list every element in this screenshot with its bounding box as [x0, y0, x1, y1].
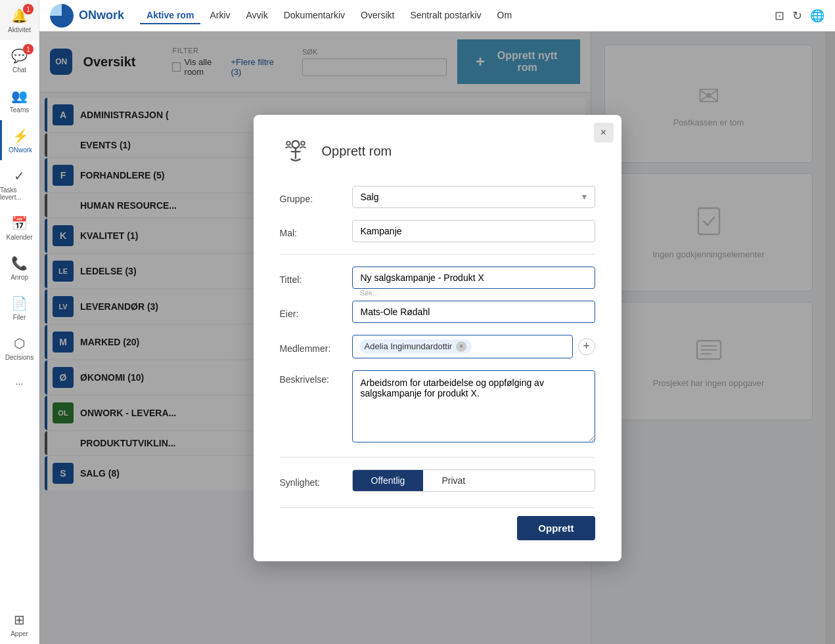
teams-icon: 👥 — [11, 87, 29, 105]
tittel-input[interactable] — [352, 267, 595, 289]
modal-close-button[interactable]: × — [594, 123, 614, 142]
content-area: ON Oversikt FILTER Vis alle room +Flere … — [39, 32, 835, 644]
eier-input[interactable] — [352, 301, 595, 323]
nav-item-oversikt[interactable]: Oversikt — [354, 7, 401, 24]
svg-point-7 — [301, 141, 305, 145]
modal-overlay: Opprett rom × Gruppe: Salg Marked Admini… — [39, 32, 835, 644]
refresh-icon[interactable]: ↻ — [792, 9, 802, 23]
apper-icon: ⊞ — [11, 611, 29, 629]
add-member-button[interactable]: + — [578, 338, 595, 355]
sidebar-item-tasks[interactable]: ✓ Tasks levert... — [0, 160, 39, 207]
filer-icon: 📄 — [11, 294, 29, 312]
monitor-icon: ⊡ — [775, 9, 784, 23]
sidebar-label-tasks: Tasks levert... — [0, 186, 39, 201]
sidebar-item-apper[interactable]: ⊞ Apper — [0, 604, 39, 644]
gruppe-select[interactable]: Salg Marked Administrasjon HR — [352, 186, 595, 208]
sidebar-label-teams: Teams — [10, 106, 29, 114]
sidebar-item-teams[interactable]: 👥 Teams — [0, 80, 39, 120]
app-logo: ONwork — [50, 4, 124, 28]
sidebar-item-filer[interactable]: 📄 Filer — [0, 288, 39, 328]
nav-item-arkiv[interactable]: Arkiv — [203, 7, 237, 24]
visibility-toggle: Offentlig Privat — [352, 469, 595, 492]
beskrivelse-textarea[interactable]: Arbeidsrom for utarbeidelse og oppfølgin… — [352, 370, 595, 442]
modal-teams-icon — [280, 136, 311, 167]
logo-circle — [50, 4, 74, 28]
gruppe-select-wrap: Salg Marked Administrasjon HR ▼ — [352, 186, 595, 208]
form-divider-2 — [280, 457, 595, 458]
sidebar-item-kalender[interactable]: 📅 Kalender — [0, 207, 39, 247]
nav-item-dokumentarkiv[interactable]: Dokumentarkiv — [277, 7, 351, 24]
sidebar-item-decisions[interactable]: ⬡ Decisions — [0, 328, 39, 368]
members-wrap: Adelia Ingimundardottir × — [352, 335, 573, 358]
eier-hint: Søk... — [360, 289, 379, 297]
beskrivelse-label: Beskrivelse: — [280, 370, 352, 385]
mal-control — [352, 220, 595, 242]
eier-label: Eier: — [280, 305, 352, 319]
modal-title: Opprett rom — [322, 144, 392, 159]
sidebar-item-onwork[interactable]: ⚡ ONwork — [0, 120, 39, 160]
anrop-icon: 📞 — [11, 254, 29, 272]
form-row-eier: Eier: Søk... — [280, 301, 595, 323]
sidebar-item-anrop[interactable]: 📞 Anrop — [0, 247, 39, 288]
sidebar-item-chat[interactable]: 💬 1 Chat — [0, 40, 39, 80]
mal-input[interactable] — [352, 220, 595, 242]
tittel-label: Tittel: — [280, 270, 352, 285]
beskrivelse-control: Arbeidsrom for utarbeidelse og oppfølgin… — [352, 370, 595, 445]
form-divider-1 — [280, 254, 595, 255]
topnav-nav: Aktive rom Arkiv Avvik Dokumentarkiv Ove… — [140, 7, 518, 24]
synlighet-label: Synlighet: — [280, 473, 352, 488]
aktivitet-badge: 1 — [23, 4, 34, 14]
sidebar-item-aktivitet[interactable]: 🔔 1 Aktivitet — [0, 0, 39, 40]
gruppe-control: Salg Marked Administrasjon HR ▼ — [352, 186, 595, 208]
onwork-icon: ⚡ — [11, 127, 30, 145]
member-chip: Adelia Ingimundardottir × — [359, 339, 472, 354]
sidebar-label-kalender: Kalender — [6, 234, 32, 241]
more-icon: ··· — [11, 374, 29, 393]
form-row-gruppe: Gruppe: Salg Marked Administrasjon HR ▼ — [280, 186, 595, 208]
kalender-icon: 📅 — [11, 214, 29, 232]
topnav-right: ⊡ ↻ 🌐 — [775, 9, 824, 23]
form-row-tittel: Tittel: — [280, 267, 595, 289]
globe-icon: 🌐 — [810, 9, 824, 23]
remove-member-button[interactable]: × — [456, 341, 466, 352]
topnav: ONwork Aktive rom Arkiv Avvik Dokumentar… — [39, 0, 835, 32]
form-row-beskrivelse: Beskrivelse: Arbeidsrom for utarbeidelse… — [280, 370, 595, 445]
nav-item-aktive-rom[interactable]: Aktive rom — [140, 7, 200, 24]
nav-item-sentralt[interactable]: Sentralt postarkiv — [403, 7, 487, 24]
member-name: Adelia Ingimundardottir — [365, 341, 453, 351]
synlighet-control: Offentlig Privat — [352, 469, 595, 492]
visibility-privat-button[interactable]: Privat — [423, 470, 484, 491]
modal: Opprett rom × Gruppe: Salg Marked Admini… — [254, 115, 621, 561]
mal-label: Mal: — [280, 224, 352, 238]
sidebar-label-anrop: Anrop — [11, 274, 28, 281]
decisions-icon: ⬡ — [11, 334, 29, 353]
sidebar: 🔔 1 Aktivitet 💬 1 Chat 👥 Teams ⚡ ONwork … — [0, 0, 39, 644]
sidebar-label-filer: Filer — [13, 314, 26, 321]
form-row-synlighet: Synlighet: Offentlig Privat — [280, 469, 595, 492]
medlemmer-label: Medlemmer: — [280, 339, 352, 354]
tittel-control — [352, 267, 595, 289]
svg-point-6 — [286, 141, 290, 145]
medlemmer-control: Adelia Ingimundardottir × + — [352, 335, 595, 358]
visibility-offentlig-button[interactable]: Offentlig — [353, 470, 424, 491]
modal-footer: Opprett — [280, 507, 595, 540]
form-row-mal: Mal: — [280, 220, 595, 242]
sidebar-label-aktivitet: Aktivitet — [8, 26, 31, 33]
sidebar-item-more[interactable]: ··· — [0, 368, 39, 399]
main-area: ONwork Aktive rom Arkiv Avvik Dokumentar… — [39, 0, 835, 644]
sidebar-label-onwork: ONwork — [9, 146, 32, 154]
modal-header: Opprett rom — [280, 136, 595, 167]
logo-text: ONwork — [79, 9, 124, 22]
form-row-medlemmer: Medlemmer: Adelia Ingimundardottir × + — [280, 335, 595, 358]
eier-control: Søk... — [352, 301, 595, 323]
sidebar-label-decisions: Decisions — [5, 354, 34, 361]
tasks-icon: ✓ — [11, 167, 29, 185]
gruppe-label: Gruppe: — [280, 190, 352, 204]
sidebar-label-apper: Apper — [11, 630, 28, 637]
opprett-button[interactable]: Opprett — [517, 516, 595, 540]
nav-item-om[interactable]: Om — [491, 7, 519, 24]
svg-point-5 — [292, 140, 299, 148]
nav-item-avvik[interactable]: Avvik — [240, 7, 275, 24]
sidebar-label-chat: Chat — [12, 66, 26, 74]
chat-badge: 1 — [23, 44, 34, 54]
